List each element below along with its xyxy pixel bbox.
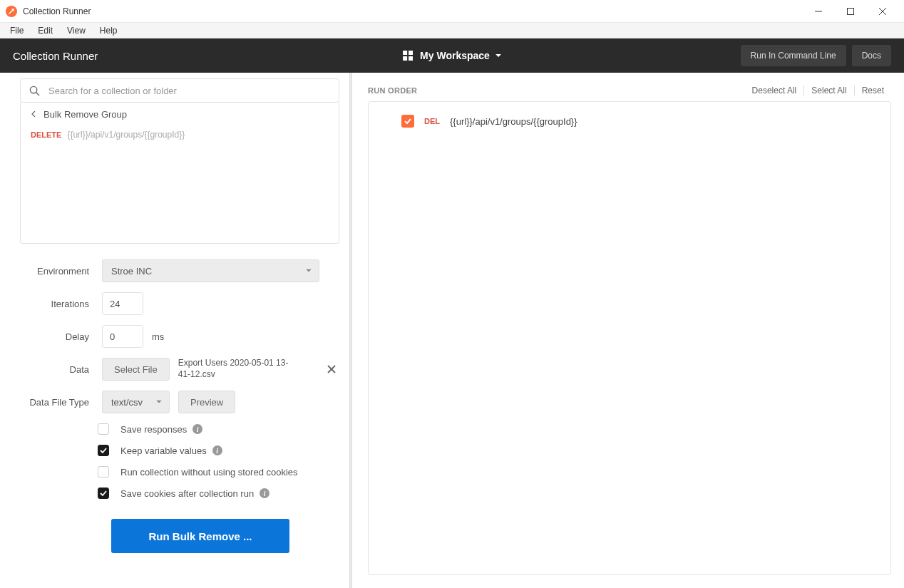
search-input[interactable] (48, 86, 330, 96)
select-file-button[interactable]: Select File (102, 358, 170, 381)
order-item-url: {{url}}/api/v1/groups/{{groupId}} (450, 116, 577, 127)
menu-help[interactable]: Help (93, 24, 125, 37)
info-icon[interactable]: i (260, 488, 269, 498)
no-cookies-label: Run collection without using stored cook… (120, 467, 298, 478)
select-all-link[interactable]: Select All (804, 86, 853, 96)
keep-vars-label: Keep variable values (120, 445, 207, 456)
environment-select[interactable]: Stroe INC (102, 259, 319, 282)
chevron-down-icon (156, 401, 162, 404)
minimize-button[interactable] (802, 1, 834, 22)
header-title: Collection Runner (13, 50, 98, 62)
collection-name: Bulk Remove Group (43, 109, 127, 120)
svg-line-9 (36, 92, 39, 95)
run-button[interactable]: Run Bulk Remove ... (111, 519, 289, 553)
docs-button[interactable]: Docs (852, 45, 891, 66)
deselect-all-link[interactable]: Deselect All (745, 86, 804, 96)
request-method: DELETE (31, 130, 61, 139)
menu-view[interactable]: View (60, 24, 93, 37)
order-item-checkbox[interactable] (401, 115, 414, 128)
iterations-label: Iterations (20, 299, 102, 309)
delay-label: Delay (20, 331, 102, 342)
svg-point-8 (30, 86, 36, 93)
file-name: Export Users 2020-05-01 13-41-12.csv (178, 358, 299, 380)
window-title: Collection Runner (23, 6, 91, 16)
search-box[interactable] (20, 78, 339, 103)
preview-button[interactable]: Preview (178, 391, 235, 413)
svg-rect-6 (403, 56, 407, 61)
run-order-title: RUN ORDER (368, 86, 417, 95)
save-responses-label: Save responses (120, 424, 187, 435)
keep-vars-checkbox[interactable] (98, 445, 109, 456)
collection-back[interactable]: Bulk Remove Group (21, 103, 339, 125)
collection-list: Bulk Remove Group DELETE {{url}}/api/v1/… (20, 103, 339, 244)
menubar: File Edit View Help (0, 23, 904, 38)
svg-rect-7 (409, 56, 413, 61)
delay-unit: ms (152, 331, 164, 342)
right-panel: RUN ORDER Deselect All Select All Reset … (352, 73, 904, 588)
environment-label: Environment (20, 266, 102, 277)
save-cookies-label: Save cookies after collection run (120, 488, 254, 499)
menu-edit[interactable]: Edit (31, 24, 60, 37)
info-icon[interactable]: i (212, 445, 222, 455)
grid-icon (403, 51, 413, 61)
iterations-input[interactable] (102, 292, 143, 315)
chevron-down-icon (306, 269, 312, 273)
svg-rect-1 (847, 8, 853, 14)
no-cookies-checkbox[interactable] (98, 466, 109, 478)
save-responses-checkbox[interactable] (98, 423, 109, 435)
delay-input[interactable] (102, 325, 143, 348)
chevron-down-icon (495, 54, 501, 58)
save-cookies-checkbox[interactable] (98, 488, 109, 499)
svg-rect-5 (409, 51, 413, 55)
chevron-left-icon (31, 111, 36, 117)
search-icon (29, 86, 40, 96)
close-icon[interactable] (327, 364, 337, 374)
run-cmd-button[interactable]: Run In Command Line (741, 45, 846, 66)
info-icon[interactable]: i (192, 424, 202, 434)
file-type-label: Data File Type (20, 397, 102, 408)
data-label: Data (20, 364, 102, 375)
workspace-name: My Workspace (420, 50, 490, 61)
run-order-list: DEL {{url}}/api/v1/groups/{{groupId}} (368, 101, 891, 575)
left-panel: Bulk Remove Group DELETE {{url}}/api/v1/… (0, 73, 349, 588)
app-icon (6, 6, 17, 17)
close-button[interactable] (866, 1, 898, 22)
run-order-item[interactable]: DEL {{url}}/api/v1/groups/{{groupId}} (381, 115, 878, 128)
workspace-selector[interactable]: My Workspace (403, 50, 501, 61)
app-header: Collection Runner My Workspace Run In Co… (0, 38, 904, 73)
menu-file[interactable]: File (3, 24, 31, 37)
order-item-method: DEL (424, 117, 440, 125)
reset-link[interactable]: Reset (855, 86, 891, 96)
request-row[interactable]: DELETE {{url}}/api/v1/groups/{{groupId}} (21, 125, 339, 144)
window-titlebar: Collection Runner (0, 0, 904, 23)
file-type-select[interactable]: text/csv (102, 391, 170, 413)
request-url: {{url}}/api/v1/groups/{{groupId}} (67, 130, 185, 140)
maximize-button[interactable] (834, 1, 866, 22)
svg-rect-4 (403, 51, 407, 55)
